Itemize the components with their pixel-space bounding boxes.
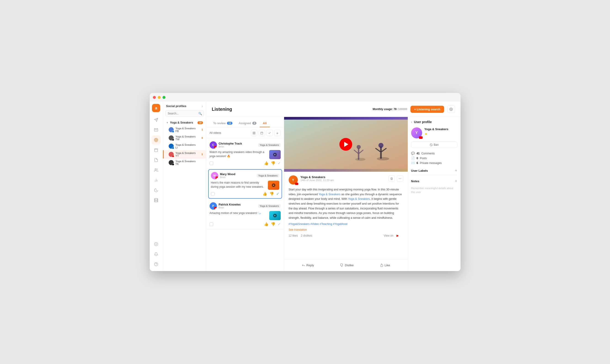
- feed-text-3: Amazing motion of new yoga sneakers! 🦢: [210, 211, 267, 215]
- filter-sort-icon[interactable]: [274, 130, 281, 136]
- check-icon-2[interactable]: ✓: [276, 192, 279, 196]
- close-dot[interactable]: [153, 96, 156, 99]
- up-stat-comments: 💬 41 Comments: [411, 152, 457, 155]
- up-star-icon[interactable]: ★: [424, 132, 428, 136]
- nav-calendar[interactable]: [151, 145, 161, 155]
- group-badge: 18: [197, 121, 203, 124]
- yt-platform-dot: [172, 155, 174, 157]
- svg-point-45: [378, 143, 383, 148]
- thumbs-down-icon[interactable]: 👎: [271, 161, 275, 165]
- listening-search-button[interactable]: + Listening search: [410, 106, 444, 113]
- svg-rect-44: [380, 146, 382, 159]
- feed-item-selected[interactable]: M Mary Wood 8min Yoga & Sneakers: [208, 169, 282, 199]
- up-back-button[interactable]: ‹: [411, 120, 412, 124]
- feed-action-icons-3: 👍 👎 ✓: [264, 222, 281, 226]
- check-icon[interactable]: ✓: [278, 161, 281, 165]
- profile-item-li[interactable]: Yoga & Sneakers LI: [163, 142, 206, 150]
- feed-avatar-patrick: P: [210, 202, 217, 210]
- tab-all[interactable]: All: [260, 120, 270, 127]
- nav-notifications[interactable]: [151, 250, 161, 259]
- nav-send[interactable]: [151, 115, 161, 124]
- ban-button[interactable]: Ban: [411, 142, 457, 148]
- search-icon: 🔍: [198, 112, 202, 115]
- li-platform-dot: [172, 147, 174, 149]
- nav-speed[interactable]: [151, 186, 161, 195]
- svg-point-26: [451, 109, 452, 110]
- more-options-button[interactable]: [397, 175, 403, 182]
- profile-name-li: Yoga & Sneakers LI: [176, 143, 197, 149]
- profile-item-tw[interactable]: Yoga & Sneakers TW 8: [163, 134, 206, 142]
- post-channel-info: Yoga & Sneakers 14th of June 2022, 11:23…: [300, 175, 386, 182]
- profile-icon-li: [169, 144, 174, 149]
- svg-rect-5: [154, 149, 158, 152]
- maximize-dot[interactable]: [163, 96, 165, 99]
- feed-time-3: 8min: [219, 206, 256, 209]
- reply-action[interactable]: Reply: [299, 262, 317, 268]
- post-link-1[interactable]: Yoga & Sneakers: [319, 193, 340, 196]
- thumbs-down-icon-3[interactable]: 👎: [271, 222, 275, 226]
- post-detail: Y Yoga & Sneakers 14th of June 2022, 11:…: [284, 117, 408, 271]
- nav-team[interactable]: [151, 166, 161, 175]
- svg-rect-49: [358, 148, 359, 160]
- profile-item-fb[interactable]: Yoga & Sneakers FB 3: [163, 126, 206, 134]
- profile-badge-yt: 5: [199, 153, 203, 156]
- divider: [411, 175, 457, 175]
- add-user-label-button[interactable]: +: [455, 168, 457, 173]
- feed-username: Christophe Track: [219, 142, 256, 145]
- nav-inbox[interactable]: [151, 125, 161, 134]
- thumbs-down-icon-2[interactable]: 👎: [270, 192, 274, 196]
- profiles-header: Social profiles ‹: [163, 104, 206, 110]
- nav-reports[interactable]: [151, 156, 161, 165]
- post-dislikes: 2 dislikes: [301, 234, 312, 237]
- feed-checkbox-3[interactable]: [210, 222, 213, 226]
- svg-marker-40: [215, 208, 216, 209]
- filter-check-icon[interactable]: [267, 130, 273, 136]
- tab-to-review[interactable]: To review 12: [210, 120, 236, 127]
- profile-item-yt[interactable]: Yoga & Sneakers YT 5: [163, 150, 206, 158]
- feed-thumb-3: [269, 211, 281, 220]
- up-header: ‹ User profile: [411, 120, 457, 124]
- yt-badge-up-icon: [419, 136, 423, 139]
- tab-to-review-badge: 12: [227, 122, 232, 125]
- search-input[interactable]: [165, 110, 204, 117]
- usage-limit: /100000: [397, 107, 407, 111]
- post-body: Y Yoga & Sneakers 14th of June 2022, 11:…: [284, 172, 408, 259]
- feed-checkbox-2[interactable]: [211, 192, 215, 196]
- dislike-action[interactable]: Dislike: [337, 262, 356, 268]
- feed-actions-3: 👍 👎 ✓: [210, 222, 281, 226]
- like-action[interactable]: Like: [377, 262, 393, 268]
- profile-icon-tk: [169, 160, 174, 165]
- usage-text: Monthly usage: 78 /100000: [373, 107, 407, 111]
- thumbs-up-icon-3[interactable]: 👍: [264, 222, 269, 226]
- video-play-button[interactable]: [339, 138, 352, 151]
- minimize-dot[interactable]: [158, 96, 161, 99]
- filter-calendar-icon[interactable]: [259, 130, 265, 136]
- feed-item[interactable]: C Christophe Track 8min Yoga & Sneaker: [206, 139, 284, 168]
- nav-help[interactable]: [151, 260, 161, 269]
- nav-add[interactable]: [151, 240, 161, 249]
- play-triangle-icon: [344, 142, 348, 147]
- nav-listening[interactable]: [151, 135, 161, 144]
- thumbs-up-icon-2[interactable]: 👍: [263, 192, 267, 196]
- nav-analytics[interactable]: [151, 176, 161, 185]
- filter-grid-icon[interactable]: [251, 130, 257, 136]
- delete-button[interactable]: [389, 175, 395, 182]
- feed-item-header-2: M Mary Wood 8min Yoga & Sneakers: [211, 172, 279, 179]
- profile-item-tk[interactable]: Yoga & Sneakers TK: [163, 158, 206, 167]
- nav-media[interactable]: [151, 196, 161, 205]
- settings-button[interactable]: [447, 105, 455, 113]
- svg-rect-30: [254, 133, 255, 134]
- svg-point-4: [155, 139, 157, 141]
- post-link-2[interactable]: Yoga & Sneakers: [348, 197, 370, 200]
- tk-platform-dot: [172, 163, 174, 166]
- check-icon-3[interactable]: ✓: [278, 222, 281, 226]
- add-note-button[interactable]: +: [455, 179, 457, 184]
- feed-checkbox[interactable]: [210, 161, 213, 165]
- profile-group-header[interactable]: ▼ Yoga & Sneakers 18: [163, 120, 206, 126]
- see-translation-link[interactable]: See translation: [289, 228, 307, 231]
- view-on[interactable]: View on ▶: [384, 234, 401, 237]
- feed-item-3[interactable]: P Patrick Knowles 8min Yoga & Sneakers: [206, 200, 284, 229]
- collapse-button[interactable]: ‹: [202, 104, 203, 108]
- tab-assigned[interactable]: Assigned 4: [236, 120, 260, 127]
- thumbs-up-icon[interactable]: 👍: [264, 161, 269, 165]
